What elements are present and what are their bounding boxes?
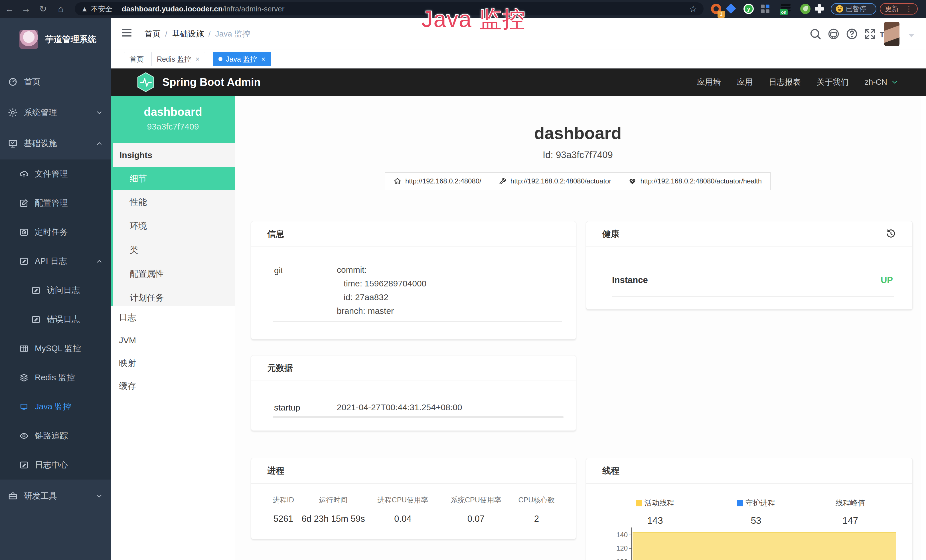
help-icon[interactable] bbox=[845, 27, 858, 41]
tab-java-monitor[interactable]: Java 监控 × bbox=[213, 52, 271, 66]
tab-home[interactable]: 首页 bbox=[124, 52, 149, 66]
brand-title[interactable]: Spring Boot Admin bbox=[162, 76, 261, 88]
legend-label: 活动线程 bbox=[645, 498, 674, 508]
extension-list-icon[interactable]: on bbox=[781, 4, 791, 14]
page-id-line: Id: 93a3fc7f7409 bbox=[235, 150, 921, 160]
extension-grid-icon[interactable] bbox=[761, 5, 769, 13]
sidebar-item-file-manage[interactable]: 文件管理 bbox=[0, 159, 111, 189]
bookmark-star-icon[interactable]: ☆ bbox=[689, 3, 697, 14]
sidebar-item-infra[interactable]: 基础设施 bbox=[0, 129, 111, 158]
sidebar-item-error-log[interactable]: 错误日志 bbox=[0, 305, 111, 334]
cell-uptime: 6d 23h 15m 59s bbox=[301, 514, 365, 524]
user-avatar[interactable] bbox=[884, 22, 899, 46]
profile-paused-button[interactable]: 已暂停 bbox=[831, 3, 876, 15]
card-title: 健康 bbox=[602, 228, 619, 240]
close-icon[interactable]: × bbox=[195, 55, 200, 64]
process-table-header: 进程ID 运行时间 进程CPU使用率 系统CPU使用率 CPU核心数 bbox=[265, 495, 561, 505]
app-logo-row[interactable]: 芋道管理系统 bbox=[0, 22, 111, 57]
side-item-environment[interactable]: 环境 bbox=[113, 214, 235, 238]
sidebar-item-log-center[interactable]: 日志中心 bbox=[0, 451, 111, 480]
column-header: 运行时间 bbox=[301, 495, 365, 505]
heartbeat-icon bbox=[629, 177, 636, 185]
sidebar-item-scheduled-jobs[interactable]: 定时任务 bbox=[0, 218, 111, 247]
locale-select[interactable]: zh-CN bbox=[865, 77, 899, 87]
breadcrumb-separator: / bbox=[209, 29, 211, 38]
address-bar[interactable]: ▲ 不安全 dashboard.yudao.iocoder.cn /infra/… bbox=[75, 2, 704, 15]
side-item-logs[interactable]: 日志 bbox=[111, 306, 235, 329]
side-item-config-props[interactable]: 配置属性 bbox=[113, 262, 235, 286]
side-item-metrics[interactable]: 性能 bbox=[113, 190, 235, 214]
browser-forward-icon[interactable]: → bbox=[18, 0, 34, 18]
github-icon[interactable] bbox=[827, 27, 840, 41]
metadata-card: 元数据 startup 2021-04-27T00:44:31.254+08:0… bbox=[251, 355, 576, 431]
service-url-button[interactable]: http://192.168.0.2:48080/ bbox=[385, 172, 490, 190]
info-line: branch: master bbox=[337, 304, 426, 318]
info-value: commit: time: 1596289704000 id: 27aa832 … bbox=[337, 263, 426, 318]
sidebar-item-label: 错误日志 bbox=[47, 314, 80, 325]
extension-colorzilla-icon[interactable]: 1 bbox=[711, 4, 721, 14]
nav-item-wallboard[interactable]: 应用墙 bbox=[697, 77, 721, 88]
sidebar-item-home[interactable]: 首页 bbox=[0, 67, 111, 97]
sidebar-item-mysql-monitor[interactable]: MySQL 监控 bbox=[0, 334, 111, 363]
side-item-caches[interactable]: 缓存 bbox=[111, 375, 235, 397]
sidebar-item-trace[interactable]: 链路追踪 bbox=[0, 421, 111, 451]
extensions-puzzle-icon[interactable] bbox=[816, 4, 826, 15]
side-item-jvm[interactable]: JVM bbox=[111, 329, 235, 352]
sidebar-item-label: 定时任务 bbox=[35, 227, 68, 238]
not-secure-label: 不安全 bbox=[91, 4, 112, 14]
row-divider bbox=[272, 416, 563, 418]
history-icon[interactable] bbox=[885, 229, 896, 239]
side-item-details[interactable]: 细节 bbox=[113, 167, 235, 190]
side-item-mappings[interactable]: 映射 bbox=[111, 352, 235, 375]
browser-home-icon[interactable]: ⌂ bbox=[53, 0, 68, 18]
breadcrumb-item[interactable]: 基础设施 bbox=[172, 29, 204, 39]
sidebar-item-redis-monitor[interactable]: Redis 监控 bbox=[0, 363, 111, 392]
nav-item-journal[interactable]: 日志报表 bbox=[769, 77, 801, 88]
health-card: 健康 Instance UP bbox=[586, 221, 912, 310]
fullscreen-icon[interactable] bbox=[864, 27, 877, 41]
tab-redis-monitor[interactable]: Redis 监控 × bbox=[151, 52, 205, 66]
avatar-caret-icon[interactable] bbox=[908, 34, 915, 37]
screen-icon bbox=[20, 402, 29, 412]
close-icon[interactable]: × bbox=[261, 55, 265, 64]
extension-sprout-icon[interactable] bbox=[800, 4, 811, 14]
browser-reload-icon[interactable]: ↻ bbox=[35, 0, 51, 18]
search-icon[interactable] bbox=[809, 27, 822, 41]
app-title: 芋道管理系统 bbox=[45, 34, 96, 45]
browser-menu-icon[interactable]: ⋮ bbox=[905, 5, 912, 14]
nav-item-applications[interactable]: 应用 bbox=[737, 77, 753, 88]
sidebar-item-api-logs[interactable]: API 日志 bbox=[0, 247, 111, 276]
insights-section-label: Insights bbox=[113, 143, 235, 167]
actuator-url-button[interactable]: http://192.168.0.2:48080/actuator bbox=[490, 172, 620, 190]
nav-item-about[interactable]: 关于我们 bbox=[817, 77, 849, 88]
breadcrumb: 首页 / 基础设施 / Java 监控 bbox=[145, 18, 250, 50]
extension-green-icon[interactable]: y bbox=[743, 4, 754, 14]
insights-group: Insights 细节 性能 环境 类 配置属性 计划任务 bbox=[111, 143, 235, 306]
home-icon bbox=[393, 177, 401, 185]
paused-label: 已暂停 bbox=[846, 4, 866, 14]
extension-gem-icon[interactable] bbox=[726, 3, 736, 14]
side-item-classes[interactable]: 类 bbox=[113, 238, 235, 262]
breadcrumb-item[interactable]: 首页 bbox=[145, 29, 160, 39]
breadcrumb-separator: / bbox=[165, 29, 167, 38]
page-title: dashboard bbox=[235, 123, 921, 143]
sidebar-item-java-monitor[interactable]: Java 监控 bbox=[0, 392, 111, 421]
sidebar-collapse-icon[interactable] bbox=[122, 29, 132, 38]
sidebar-item-label: 配置管理 bbox=[35, 197, 68, 209]
app-sidebar: 芋道管理系统 首页 系统管理 基础设施 文件管理 bbox=[0, 18, 111, 560]
app-logo-image bbox=[20, 30, 38, 49]
sidebar-item-config-manage[interactable]: 配置管理 bbox=[0, 189, 111, 218]
sidebar-item-system[interactable]: 系统管理 bbox=[0, 98, 111, 127]
sidebar-item-access-log[interactable]: 访问日志 bbox=[0, 276, 111, 305]
spring-boot-admin-logo bbox=[136, 72, 155, 92]
card-title: 进程 bbox=[267, 465, 284, 477]
card-title: 线程 bbox=[602, 465, 619, 477]
card-title: 信息 bbox=[267, 228, 284, 240]
health-url-button[interactable]: http://192.168.0.2:48080/actuator/health bbox=[620, 172, 770, 190]
edit-icon bbox=[31, 286, 41, 295]
legend-label: 线程峰值 bbox=[835, 498, 865, 508]
chrome-update-button[interactable]: 更新 ⋮ bbox=[880, 3, 918, 15]
sidebar-submenu-infra: 文件管理 配置管理 定时任务 API 日志 访 bbox=[0, 159, 111, 480]
sidebar-item-dev-tools[interactable]: 研发工具 bbox=[0, 481, 111, 511]
browser-back-icon[interactable]: ← bbox=[2, 0, 17, 18]
